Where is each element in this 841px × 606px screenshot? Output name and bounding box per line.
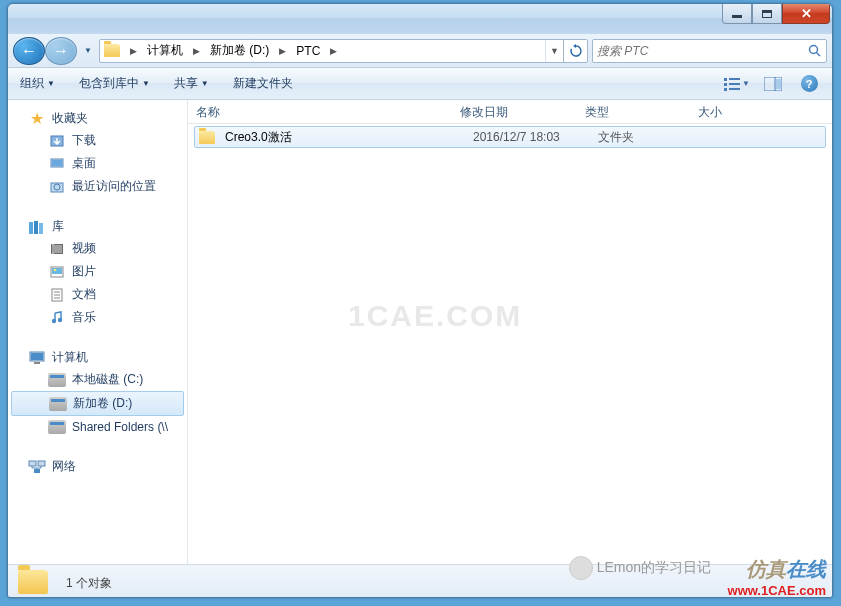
watermark-cae: 1CAE.COM <box>348 299 522 333</box>
svg-rect-35 <box>34 362 40 364</box>
new-folder-button[interactable]: 新建文件夹 <box>229 72 297 95</box>
column-name[interactable]: 名称 <box>188 100 452 123</box>
address-bar[interactable]: ▶ 计算机 ▶ 新加卷 (D:) ▶ PTC ▶ ▼ <box>99 39 588 63</box>
breadcrumb-drive[interactable]: 新加卷 (D:) <box>206 40 273 62</box>
status-count: 1 个对象 <box>66 575 112 592</box>
svg-rect-17 <box>34 221 38 234</box>
breadcrumb-computer[interactable]: 计算机 <box>143 40 187 62</box>
svg-point-0 <box>810 45 818 53</box>
video-icon <box>48 241 66 257</box>
column-size[interactable]: 大小 <box>690 100 790 123</box>
nav-history-dropdown[interactable]: ▼ <box>81 39 95 63</box>
svg-point-22 <box>52 252 53 253</box>
desktop-icon <box>48 156 66 172</box>
organize-menu[interactable]: 组织▼ <box>16 72 59 95</box>
file-type: 文件夹 <box>592 129 705 146</box>
watermark-lemon: LEmon的学习日记 <box>569 556 711 580</box>
svg-line-1 <box>817 52 821 56</box>
document-icon <box>48 287 66 303</box>
sidebar-pictures[interactable]: 图片 <box>8 260 187 283</box>
drive-icon <box>49 396 67 412</box>
breadcrumb-arrow[interactable]: ▶ <box>124 40 143 62</box>
svg-point-31 <box>58 317 62 321</box>
recent-icon <box>48 179 66 195</box>
breadcrumb-arrow[interactable]: ▶ <box>324 40 343 62</box>
breadcrumb-ptc[interactable]: PTC <box>292 40 324 62</box>
sidebar-new-volume-d[interactable]: 新加卷 (D:) <box>11 391 184 416</box>
svg-rect-4 <box>724 83 727 86</box>
sidebar-desktop[interactable]: 桌面 <box>8 152 187 175</box>
libraries-group[interactable]: 库 <box>8 216 187 237</box>
star-icon: ★ <box>28 111 46 127</box>
svg-rect-37 <box>38 461 45 466</box>
svg-rect-13 <box>52 160 62 166</box>
sidebar-local-c[interactable]: 本地磁盘 (C:) <box>8 368 187 391</box>
network-drive-icon <box>48 419 66 435</box>
sidebar-recent[interactable]: 最近访问的位置 <box>8 175 187 198</box>
navigation-pane: ★ 收藏夹 下载 桌面 <box>8 100 188 564</box>
sidebar-shared-folders[interactable]: Shared Folders (\\ <box>8 416 187 438</box>
folder-icon <box>100 44 124 57</box>
svg-rect-2 <box>724 78 727 81</box>
breadcrumb: ▶ 计算机 ▶ 新加卷 (D:) ▶ PTC ▶ <box>124 40 545 62</box>
search-icon <box>808 44 822 58</box>
share-menu[interactable]: 共享▼ <box>170 72 213 95</box>
svg-rect-36 <box>29 461 36 466</box>
minimize-button[interactable] <box>722 4 752 24</box>
network-group[interactable]: 网络 <box>8 456 187 477</box>
forward-button[interactable]: → <box>45 37 77 65</box>
column-headers: 名称 修改日期 类型 大小 <box>188 100 832 124</box>
file-list-area: 名称 修改日期 类型 大小 Creo3.0激活 2016/12/7 18:03 … <box>188 100 832 564</box>
svg-rect-18 <box>39 223 43 234</box>
computer-group[interactable]: 计算机 <box>8 347 187 368</box>
svg-rect-24 <box>52 268 62 274</box>
preview-pane-button[interactable] <box>758 73 788 95</box>
file-name: Creo3.0激活 <box>219 129 467 146</box>
toolbar: 组织▼ 包含到库中▼ 共享▼ 新建文件夹 ▼ ? <box>8 68 832 100</box>
watermark-brand: 仿真在线 www.1CAE.com <box>728 556 826 598</box>
status-folder-icon <box>18 570 52 598</box>
svg-rect-16 <box>29 222 33 234</box>
column-date[interactable]: 修改日期 <box>452 100 577 123</box>
sidebar-downloads[interactable]: 下载 <box>8 129 187 152</box>
refresh-button[interactable] <box>563 40 587 62</box>
svg-rect-5 <box>729 83 740 85</box>
titlebar: ✕ <box>8 4 832 34</box>
svg-rect-38 <box>34 469 40 473</box>
include-library-menu[interactable]: 包含到库中▼ <box>75 72 154 95</box>
svg-rect-7 <box>729 88 740 90</box>
music-icon <box>48 310 66 326</box>
file-row[interactable]: Creo3.0激活 2016/12/7 18:03 文件夹 <box>194 126 826 148</box>
download-icon <box>48 133 66 149</box>
file-list: Creo3.0激活 2016/12/7 18:03 文件夹 <box>188 124 832 564</box>
close-button[interactable]: ✕ <box>782 4 830 24</box>
breadcrumb-arrow[interactable]: ▶ <box>187 40 206 62</box>
picture-icon <box>48 264 66 280</box>
svg-rect-3 <box>729 78 740 80</box>
network-icon <box>28 459 46 475</box>
svg-rect-6 <box>724 88 727 91</box>
search-box[interactable] <box>592 39 827 63</box>
svg-rect-10 <box>776 79 781 89</box>
view-options-button[interactable]: ▼ <box>722 73 752 95</box>
sidebar-documents[interactable]: 文档 <box>8 283 187 306</box>
svg-rect-34 <box>31 353 43 360</box>
svg-point-25 <box>54 268 57 271</box>
address-dropdown[interactable]: ▼ <box>545 40 563 62</box>
column-type[interactable]: 类型 <box>577 100 690 123</box>
maximize-button[interactable] <box>752 4 782 24</box>
sidebar-music[interactable]: 音乐 <box>8 306 187 329</box>
computer-icon <box>28 350 46 366</box>
nav-bar: ← → ▼ ▶ 计算机 ▶ 新加卷 (D:) ▶ PTC ▶ ▼ <box>8 34 832 68</box>
sidebar-videos[interactable]: 视频 <box>8 237 187 260</box>
file-date: 2016/12/7 18:03 <box>467 130 592 144</box>
back-button[interactable]: ← <box>13 37 45 65</box>
help-icon: ? <box>801 75 818 92</box>
help-button[interactable]: ? <box>794 73 824 95</box>
avatar-icon <box>569 556 593 580</box>
library-icon <box>28 219 46 235</box>
favorites-group[interactable]: ★ 收藏夹 <box>8 108 187 129</box>
search-input[interactable] <box>597 44 808 58</box>
svg-rect-20 <box>52 245 62 253</box>
breadcrumb-arrow[interactable]: ▶ <box>273 40 292 62</box>
